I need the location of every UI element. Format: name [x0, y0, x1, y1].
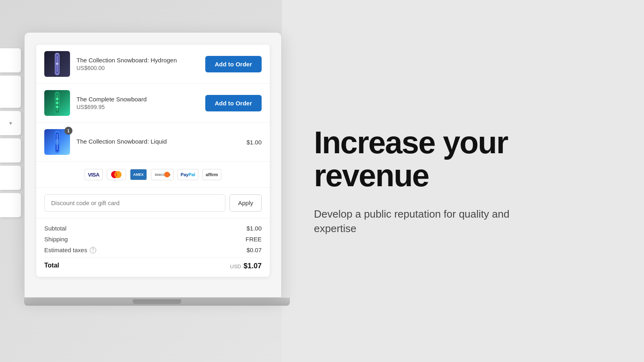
main-subheadline: Develop a public reputation for quality …: [314, 207, 523, 236]
sidebar-strip-6: [0, 193, 21, 217]
main-headline: Increase your revenue: [314, 126, 612, 192]
svg-point-13: [56, 139, 59, 145]
payment-icons-row: VISA AMEX DISCOVER: [36, 162, 270, 188]
laptop-screen: H The Collection Snowboard: Hydrogen US$…: [24, 32, 282, 298]
right-panel: Increase your revenue Develop a public r…: [282, 0, 644, 362]
discount-code-input[interactable]: [44, 194, 225, 212]
discover-payment-icon: DISCOVER: [151, 169, 173, 180]
product-image-container-hydrogen: H: [44, 51, 70, 77]
laptop-base: [24, 298, 290, 306]
product-price-hydrogen: US$600.00: [76, 65, 199, 71]
product-price-liquid: $1.00: [246, 139, 262, 146]
taxes-value: $0.07: [246, 247, 262, 253]
shipping-label: Shipping: [44, 236, 68, 243]
checkout-panel: H The Collection Snowboard: Hydrogen US$…: [36, 45, 270, 277]
paypal-payment-icon: PayPal: [178, 169, 198, 180]
shipping-row: Shipping FREE: [44, 236, 262, 243]
svg-text:H: H: [56, 62, 58, 66]
product-name-liquid: The Collection Snowboard: Liquid: [76, 138, 240, 145]
sidebar-strip-4: [0, 138, 21, 162]
product-row-complete: The Complete Snowboard US$699.95 Add to …: [36, 84, 270, 123]
sidebar-strip-3: ▾: [0, 111, 21, 135]
svg-rect-7: [56, 98, 58, 100]
product-image-complete: [44, 90, 70, 116]
sidebar-strip-1: [0, 48, 21, 72]
product-image-container-complete: [44, 90, 70, 116]
affirm-payment-icon: affirm: [202, 169, 221, 180]
mastercard-payment-icon: [107, 169, 126, 180]
apply-discount-button[interactable]: Apply: [229, 194, 262, 212]
discount-section: Apply: [36, 188, 270, 218]
taxes-label: Estimated taxes ?: [44, 247, 96, 253]
laptop-notch: [133, 299, 181, 304]
product-name-hydrogen: The Collection Snowboard: Hydrogen: [76, 57, 199, 64]
taxes-info-icon[interactable]: ?: [90, 247, 96, 253]
product-name-complete: The Complete Snowboard: [76, 96, 199, 103]
product-image-hydrogen: H: [44, 51, 70, 77]
shipping-value: FREE: [246, 236, 262, 243]
svg-rect-9: [56, 106, 58, 108]
visa-payment-icon: VISA: [85, 169, 102, 180]
taxes-row: Estimated taxes ? $0.07: [44, 247, 262, 253]
total-label: Total: [44, 262, 59, 270]
sidebar-strip-2: [0, 76, 21, 108]
product-info-liquid: The Collection Snowboard: Liquid: [76, 138, 240, 146]
product-row-hydrogen: H The Collection Snowboard: Hydrogen US$…: [36, 45, 270, 84]
order-summary: Subtotal $1.00 Shipping FREE Estimated t…: [36, 218, 270, 277]
product-row-liquid: 1 The Collection Snowboard: Liquid $1.00: [36, 123, 270, 162]
amex-payment-icon: AMEX: [130, 169, 147, 180]
total-amount: $1.07: [244, 262, 262, 270]
product-info-hydrogen: The Collection Snowboard: Hydrogen US$60…: [76, 57, 199, 71]
subtotal-label: Subtotal: [44, 225, 66, 232]
subtotal-row: Subtotal $1.00: [44, 225, 262, 232]
total-value-container: USD $1.07: [230, 262, 262, 270]
svg-point-17: [164, 172, 170, 177]
product-price-complete: US$699.95: [76, 104, 199, 110]
subtotal-value: $1.00: [246, 225, 262, 232]
sidebar-strip-5: [0, 166, 21, 190]
total-row: Total USD $1.07: [44, 257, 262, 270]
add-to-order-complete[interactable]: Add to Order: [205, 95, 262, 111]
sidebar-strips: ▾: [0, 48, 21, 217]
product-badge-liquid: 1: [64, 127, 72, 135]
svg-point-15: [114, 171, 122, 178]
product-info-complete: The Complete Snowboard US$699.95: [76, 96, 199, 110]
total-currency: USD: [230, 263, 241, 269]
left-panel: ▾ H: [0, 0, 282, 362]
laptop-frame: H The Collection Snowboard: Hydrogen US$…: [24, 32, 290, 322]
add-to-order-hydrogen[interactable]: Add to Order: [205, 56, 262, 72]
product-image-container-liquid: 1: [44, 129, 70, 155]
svg-rect-8: [56, 102, 58, 104]
